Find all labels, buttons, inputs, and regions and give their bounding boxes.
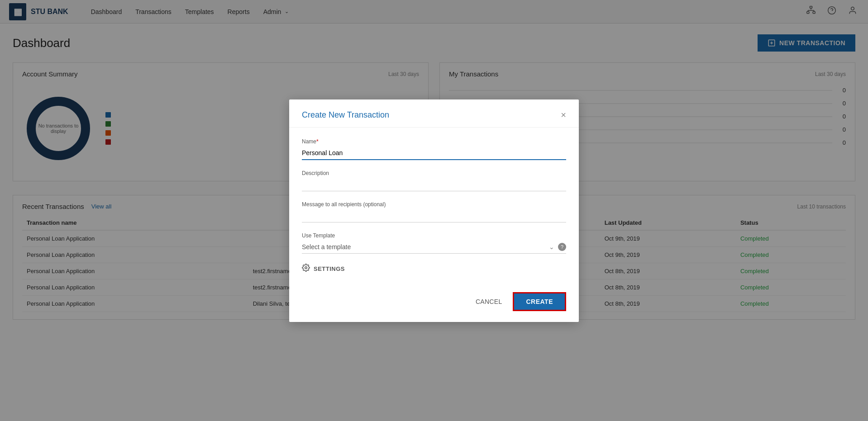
modal-header: Create New Transaction × [289,99,579,128]
help-icon[interactable]: ? [558,243,566,251]
name-form-group: Name* [302,138,566,160]
description-form-group: Description [302,170,566,191]
svg-point-14 [305,266,307,269]
name-label: Name* [302,138,566,145]
template-select-wrapper: Select a template ⌄ ? [302,241,566,254]
modal-overlay[interactable]: Create New Transaction × Name* Descripti… [0,0,868,421]
message-label: Message to all recipients (optional) [302,201,566,208]
description-input[interactable] [302,178,566,191]
modal-body: Name* Description Message to all recipie… [289,128,579,285]
gear-icon [302,264,310,274]
modal-title: Create New Transaction [302,110,389,120]
settings-row[interactable]: SETTINGS [302,264,566,274]
message-form-group: Message to all recipients (optional) [302,201,566,222]
create-button[interactable]: CREATE [513,292,566,311]
cancel-button[interactable]: CANCEL [470,294,508,309]
template-select[interactable]: Select a template [302,241,566,253]
description-label: Description [302,170,566,176]
modal-close-button[interactable]: × [561,110,566,119]
modal: Create New Transaction × Name* Descripti… [289,99,579,322]
name-input[interactable] [302,147,566,160]
message-input[interactable] [302,209,566,222]
template-form-group: Use Template Select a template ⌄ ? [302,232,566,254]
modal-footer: CANCEL CREATE [289,285,579,322]
settings-label: SETTINGS [314,265,345,272]
template-label: Use Template [302,232,566,239]
